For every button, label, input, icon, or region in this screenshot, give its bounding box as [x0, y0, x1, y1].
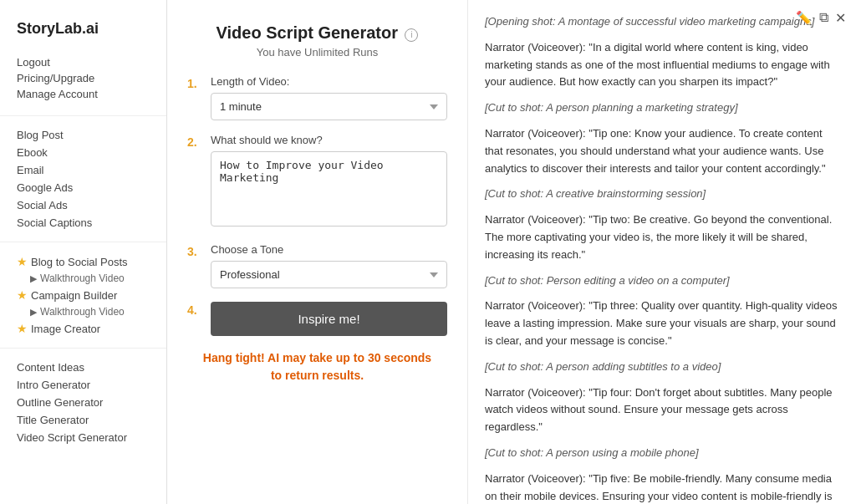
close-icon[interactable]: ✕ — [835, 10, 846, 26]
output-paragraph: Narrator (Voiceover): "Tip one: Know you… — [485, 125, 839, 177]
sidebar-item-pricing[interactable]: Pricing/Upgrade — [17, 70, 150, 86]
sidebar-item-campaign-builder-label: Campaign Builder — [31, 289, 117, 302]
sidebar-item-email[interactable]: Email — [17, 161, 150, 179]
output-actions: ✏️ ⧉ ✕ — [796, 10, 846, 26]
output-paragraph: Narrator (Voiceover): "Tip four: Don't f… — [485, 384, 839, 436]
step-2-label: What should we know? — [211, 134, 447, 146]
sidebar-bottom-tools: Content Ideas Intro Generator Outline Ge… — [0, 359, 166, 446]
star-icon-3: ★ — [17, 322, 28, 335]
play-icon-1: ▶ — [30, 273, 37, 284]
output-paragraph: Narrator (Voiceover): "In a digital worl… — [485, 39, 839, 91]
sidebar-divider-2 — [0, 242, 166, 242]
sidebar-divider-1 — [0, 115, 166, 116]
step-1-content: Length of Video: 1 minute 30 seconds 2 m… — [211, 75, 447, 120]
sidebar-walkthrough-campaign[interactable]: ▶ Walkthrough Video — [17, 304, 150, 319]
sidebar-item-google-ads[interactable]: Google Ads — [17, 179, 150, 196]
page-title: Video Script Generator — [217, 23, 398, 42]
step-3-label: Choose a Tone — [211, 243, 447, 256]
sidebar-tools-section: Blog Post Ebook Email Google Ads Social … — [0, 126, 166, 232]
step-number-2: 2. — [187, 135, 202, 149]
output-panel: ✏️ ⧉ ✕ [Opening shot: A montage of succe… — [468, 0, 856, 504]
step-4-content: Inspire me! — [211, 302, 447, 336]
sidebar-item-outline-generator[interactable]: Outline Generator — [17, 394, 150, 411]
sidebar-item-social-ads[interactable]: Social Ads — [17, 196, 150, 214]
output-paragraph: [Cut to shot: A person adding subtitles … — [485, 359, 839, 376]
sidebar: StoryLab.ai Logout Pricing/Upgrade Manag… — [0, 0, 167, 504]
sidebar-item-campaign-builder[interactable]: ★ Campaign Builder — [17, 286, 150, 304]
sidebar-star-section: ★ Blog to Social Posts ▶ Walkthrough Vid… — [0, 252, 166, 338]
sidebar-walkthrough-campaign-label: Walkthrough Video — [40, 306, 125, 318]
edit-icon[interactable]: ✏️ — [796, 10, 813, 26]
sidebar-item-ebook[interactable]: Ebook — [17, 144, 150, 161]
sidebar-item-intro-generator[interactable]: Intro Generator — [17, 376, 150, 394]
sidebar-item-title-generator[interactable]: Title Generator — [17, 411, 150, 429]
inspire-button[interactable]: Inspire me! — [211, 302, 447, 336]
output-paragraph: Narrator (Voiceover): "Tip three: Qualit… — [485, 298, 839, 349]
what-should-we-know-input[interactable]: How to Improve your Video Marketing — [211, 151, 447, 227]
sidebar-item-video-script[interactable]: Video Script Generator — [17, 429, 150, 446]
form-step-2: 2. What should we know? How to Improve y… — [187, 134, 447, 230]
sidebar-item-image-creator[interactable]: ★ Image Creator — [17, 319, 150, 338]
sidebar-item-social-captions[interactable]: Social Captions — [17, 214, 150, 232]
step-number-1: 1. — [187, 77, 202, 90]
sidebar-item-logout[interactable]: Logout — [17, 54, 150, 70]
output-paragraph: Narrator (Voiceover): "Tip five: Be mobi… — [485, 471, 839, 504]
sidebar-item-image-creator-label: Image Creator — [31, 323, 100, 335]
output-paragraph: [Cut to shot: A person planning a market… — [485, 99, 839, 117]
output-paragraph: [Cut to shot: Person editing a video on … — [485, 272, 839, 290]
content-area: Video Script Generator i You have Unlimi… — [167, 0, 856, 504]
app-logo: StoryLab.ai — [0, 13, 166, 54]
length-select[interactable]: 1 minute 30 seconds 2 minutes 5 minutes … — [211, 93, 447, 120]
step-2-content: What should we know? How to Improve your… — [211, 134, 447, 230]
form-panel: Video Script Generator i You have Unlimi… — [167, 0, 468, 504]
star-icon-1: ★ — [17, 255, 28, 268]
sidebar-item-content-ideas[interactable]: Content Ideas — [17, 359, 150, 376]
info-icon[interactable]: i — [405, 28, 418, 42]
step-number-4: 4. — [187, 303, 202, 317]
output-paragraph: Narrator (Voiceover): "Tip two: Be creat… — [485, 211, 839, 263]
step-number-3: 3. — [187, 245, 202, 258]
form-step-4: 4. Inspire me! — [187, 302, 447, 336]
form-step-1: 1. Length of Video: 1 minute 30 seconds … — [187, 75, 447, 120]
output-paragraph: [Opening shot: A montage of successful v… — [485, 13, 839, 31]
copy-icon[interactable]: ⧉ — [819, 10, 828, 26]
sidebar-item-manage-account[interactable]: Manage Account — [17, 86, 150, 102]
form-step-3: 3. Choose a Tone Professional Casual For… — [187, 243, 447, 288]
unlimited-runs-text: You have Unlimited Runs — [187, 46, 447, 59]
output-text: [Opening shot: A montage of successful v… — [485, 13, 839, 504]
sidebar-item-blog-post[interactable]: Blog Post — [17, 126, 150, 144]
star-icon-2: ★ — [17, 288, 28, 302]
step-3-content: Choose a Tone Professional Casual Formal… — [211, 243, 447, 288]
output-paragraph: [Cut to shot: A person using a mobile ph… — [485, 445, 839, 462]
waiting-message: Hang tight! AI may take up to 30 seconds… — [187, 349, 447, 384]
page-header: Video Script Generator i — [187, 17, 447, 43]
output-paragraph: [Cut to shot: A creative brainstorming s… — [485, 186, 839, 203]
sidebar-walkthrough-blog-social[interactable]: ▶ Walkthrough Video — [17, 271, 150, 286]
sidebar-divider-3 — [0, 348, 166, 349]
step-1-label: Length of Video: — [211, 75, 447, 88]
sidebar-item-blog-social[interactable]: ★ Blog to Social Posts — [17, 252, 150, 271]
main-content: Video Script Generator i You have Unlimi… — [167, 0, 856, 504]
tone-select[interactable]: Professional Casual Formal Friendly Humo… — [211, 261, 447, 288]
sidebar-item-blog-social-label: Blog to Social Posts — [31, 256, 128, 268]
sidebar-nav-top: Logout Pricing/Upgrade Manage Account — [0, 54, 166, 102]
sidebar-walkthrough-blog-social-label: Walkthrough Video — [40, 272, 125, 284]
play-icon-2: ▶ — [30, 307, 37, 318]
